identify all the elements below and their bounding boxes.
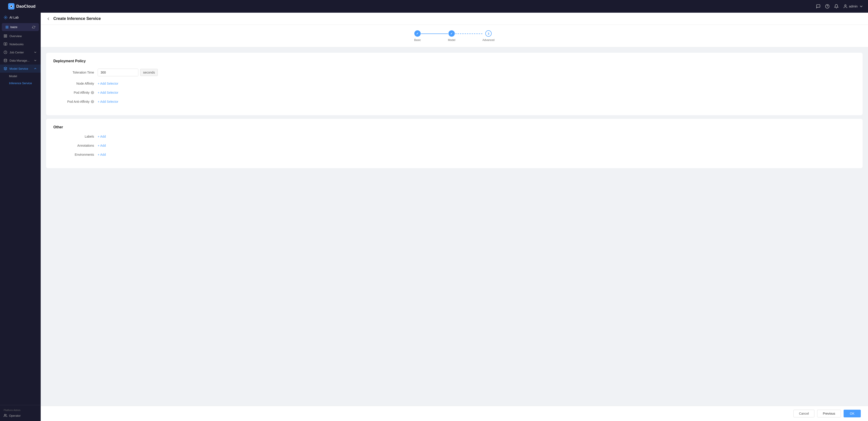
sidebar-sub-model[interactable]: Model bbox=[0, 73, 41, 80]
sidebar-item-data-manage[interactable]: Data Manage... bbox=[0, 56, 41, 64]
environments-control: + Add bbox=[98, 153, 106, 157]
svg-rect-15 bbox=[6, 36, 7, 37]
annotations-label: Annotations bbox=[53, 144, 94, 147]
sidebar: AI Lab baize Overview Notebooks bbox=[0, 13, 41, 421]
sidebar-item-model-service[interactable]: Model Service bbox=[0, 64, 41, 73]
pod-anti-affinity-add-selector[interactable]: + Add Selector bbox=[98, 100, 118, 104]
sidebar-item-notebooks[interactable]: Notebooks bbox=[0, 40, 41, 48]
topbar: DaoCloud admin bbox=[0, 0, 868, 13]
sidebar-item-job-center[interactable]: Job Center bbox=[0, 48, 41, 56]
user-menu[interactable]: admin bbox=[843, 4, 864, 8]
labels-row: Labels + Add bbox=[53, 135, 855, 138]
annotations-add-button[interactable]: + Add bbox=[98, 144, 106, 147]
environments-row: Environments + Add bbox=[53, 153, 855, 157]
page-header: Create Inference Service bbox=[41, 13, 868, 25]
svg-rect-9 bbox=[6, 26, 7, 27]
sidebar-sub-inference-service[interactable]: Inference Service bbox=[0, 80, 41, 87]
step-model: ✓ Model bbox=[448, 30, 456, 41]
svg-rect-11 bbox=[7, 27, 8, 28]
annotations-row: Annotations + Add bbox=[53, 144, 855, 147]
content-area: Create Inference Service ✓ Basic ✓ bbox=[41, 13, 868, 421]
pod-anti-affinity-row: Pod Anti-Affinity ? + Add Selector bbox=[53, 100, 855, 104]
svg-point-4 bbox=[11, 6, 12, 7]
svg-marker-19 bbox=[4, 67, 7, 68]
sidebar-operator[interactable]: Operator bbox=[4, 414, 37, 417]
environments-add-button[interactable]: + Add bbox=[98, 153, 106, 157]
stepper: ✓ Basic ✓ Model 3 bbox=[41, 25, 868, 47]
svg-point-7 bbox=[845, 5, 846, 6]
sidebar-item-overview[interactable]: Overview bbox=[0, 32, 41, 40]
step-advanced-circle: 3 bbox=[485, 30, 492, 37]
svg-rect-14 bbox=[6, 35, 7, 36]
svg-point-8 bbox=[5, 17, 6, 18]
notification-icon[interactable] bbox=[834, 4, 839, 8]
step-connector-2 bbox=[455, 33, 483, 34]
toleration-time-input-wrapper: ▲ ▼ bbox=[98, 68, 138, 76]
topbar-actions: admin bbox=[816, 4, 864, 8]
step-basic-circle: ✓ bbox=[414, 30, 421, 37]
labels-label: Labels bbox=[53, 135, 94, 138]
labels-add-button[interactable]: + Add bbox=[98, 135, 106, 138]
node-affinity-control: + Add Selector bbox=[98, 82, 118, 85]
cancel-button[interactable]: Cancel bbox=[794, 410, 815, 417]
step-model-circle: ✓ bbox=[448, 30, 455, 37]
pod-anti-affinity-label: Pod Anti-Affinity ? bbox=[53, 100, 94, 104]
pod-affinity-control: + Add Selector bbox=[98, 91, 118, 94]
page-footer: Cancel Previous OK bbox=[41, 406, 868, 421]
pod-affinity-help-icon[interactable]: ? bbox=[91, 91, 94, 94]
sidebar-footer: Platform Admin Operator bbox=[0, 405, 41, 421]
toleration-time-input[interactable] bbox=[98, 69, 138, 76]
pod-anti-affinity-help-icon[interactable]: ? bbox=[91, 100, 94, 103]
node-affinity-label: Node Affinity bbox=[53, 82, 94, 85]
svg-point-18 bbox=[4, 59, 7, 60]
back-button[interactable] bbox=[46, 17, 51, 21]
svg-point-20 bbox=[4, 414, 5, 415]
labels-control: + Add bbox=[98, 135, 106, 138]
ok-button[interactable]: OK bbox=[844, 410, 861, 417]
pod-affinity-row: Pod Affinity ? + Add Selector bbox=[53, 91, 855, 94]
svg-rect-12 bbox=[6, 27, 7, 28]
refresh-icon[interactable] bbox=[32, 26, 35, 29]
page-title: Create Inference Service bbox=[53, 16, 101, 21]
app-logo: DaoCloud bbox=[8, 3, 35, 9]
step-advanced: 3 Advanced bbox=[483, 30, 494, 41]
message-icon[interactable] bbox=[816, 4, 820, 8]
toleration-time-unit: seconds bbox=[140, 69, 158, 76]
node-affinity-add-selector[interactable]: + Add Selector bbox=[98, 82, 118, 85]
deployment-policy-card: Deployment Policy Toleration Time ▲ ▼ bbox=[46, 53, 863, 115]
chevron-up-icon bbox=[33, 67, 37, 71]
pod-affinity-add-selector[interactable]: + Add Selector bbox=[98, 91, 118, 94]
environments-label: Environments bbox=[53, 153, 94, 157]
other-card: Other Labels + Add Annotations bbox=[46, 119, 863, 168]
chevron-down-icon bbox=[33, 51, 37, 54]
node-affinity-row: Node Affinity + Add Selector bbox=[53, 82, 855, 85]
toleration-time-row: Toleration Time ▲ ▼ seconds bbox=[53, 68, 855, 76]
svg-rect-10 bbox=[7, 26, 8, 27]
workspace-selector[interactable]: baize bbox=[2, 23, 39, 31]
sidebar-section-ai-lab: AI Lab bbox=[0, 13, 41, 22]
deployment-policy-title: Deployment Policy bbox=[53, 59, 855, 63]
pod-anti-affinity-control: + Add Selector bbox=[98, 100, 118, 104]
toleration-time-control: ▲ ▼ seconds bbox=[98, 68, 158, 76]
step-basic: ✓ Basic bbox=[414, 30, 421, 41]
previous-button[interactable]: Previous bbox=[817, 410, 841, 417]
svg-rect-16 bbox=[4, 36, 5, 37]
chevron-down-icon2 bbox=[33, 59, 37, 62]
other-title: Other bbox=[53, 125, 855, 129]
toleration-time-label: Toleration Time bbox=[53, 71, 94, 74]
pod-affinity-label: Pod Affinity ? bbox=[53, 91, 94, 94]
svg-rect-13 bbox=[4, 35, 5, 36]
form-area: Deployment Policy Toleration Time ▲ ▼ bbox=[41, 47, 868, 406]
step-connector-1 bbox=[421, 33, 448, 34]
help-icon[interactable] bbox=[825, 4, 830, 8]
annotations-control: + Add bbox=[98, 144, 106, 147]
